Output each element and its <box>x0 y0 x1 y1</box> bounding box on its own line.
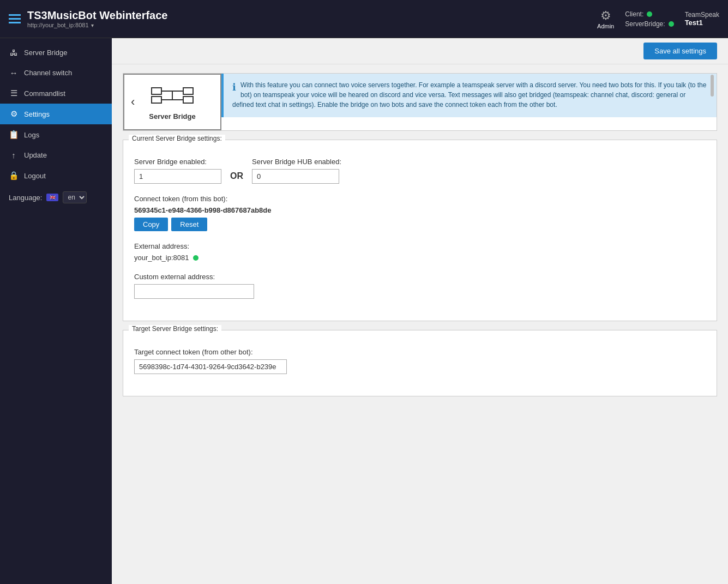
bridge-icon-label: Server Bridge <box>149 112 195 121</box>
enabled-row: Server Bridge enabled: OR Server Bridge … <box>134 158 706 184</box>
external-value-row: your_bot_ip:8081 <box>134 254 198 262</box>
language-select[interactable]: en de <box>63 191 87 203</box>
serverbridge-status-dot <box>669 21 674 27</box>
target-settings-fieldset: Target Server Bridge settings: Target co… <box>123 330 717 396</box>
language-row: Language: 🇬🇧 en de <box>0 186 112 209</box>
bridge-icon-box: ‹ Server Bridge <box>123 74 221 130</box>
info-icon: ℹ <box>232 81 236 93</box>
header: TS3MusicBot Webinterface http://your_bot… <box>0 0 728 38</box>
hub-group: Server Bridge HUB enabled: <box>252 158 341 184</box>
sidebar-item-settings[interactable]: ⚙ Settings <box>0 104 112 124</box>
back-arrow-icon[interactable]: ‹ <box>131 95 135 109</box>
sidebar-label-commandlist: Commandlist <box>24 89 65 98</box>
current-settings-fieldset: Current Server Bridge settings: Server B… <box>123 140 717 321</box>
current-settings-legend: Current Server Bridge settings: <box>129 135 225 142</box>
sidebar-label-logout: Logout <box>24 172 46 180</box>
save-bar: Save all settings <box>112 38 728 64</box>
svg-rect-1 <box>152 97 161 103</box>
layout: 🖧 Server Bridge ↔ Channel switch ☰ Comma… <box>0 38 728 584</box>
sidebar-item-logs[interactable]: 📋 Logs <box>0 124 112 145</box>
info-scrollbar[interactable] <box>710 74 714 117</box>
reset-button[interactable]: Reset <box>171 218 207 231</box>
sidebar-label-logs: Logs <box>24 131 39 139</box>
target-token-group: Target connect token (from other bot): <box>134 348 287 374</box>
serverbridge-label: ServerBridge: <box>625 20 665 28</box>
or-label: OR <box>230 171 243 181</box>
external-row: External address: your_bot_ip:8081 <box>134 242 706 262</box>
svg-rect-0 <box>152 88 161 94</box>
copy-button[interactable]: Copy <box>134 218 168 231</box>
bridge-header-card: ‹ Server Bridge ℹ With thi <box>123 73 717 131</box>
settings-icon: ⚙ <box>9 109 19 119</box>
token-value: 569345c1-e948-4366-b998-d867687ab8de <box>134 206 272 214</box>
main-content: Save all settings ‹ <box>112 38 728 584</box>
sidebar-label-channel-switch: Channel switch <box>24 69 72 77</box>
bridge-svg-icon <box>151 83 194 108</box>
custom-external-input[interactable] <box>134 284 254 299</box>
sidebar-item-logout[interactable]: 🔒 Logout <box>0 165 112 186</box>
hamburger-icon[interactable] <box>9 14 21 23</box>
sidebar-item-update[interactable]: ↑ Update <box>0 145 112 165</box>
client-status-dot <box>647 11 652 17</box>
client-label: Client: <box>625 10 643 18</box>
external-label: External address: <box>134 242 198 250</box>
update-icon: ↑ <box>9 150 19 160</box>
enabled-input[interactable] <box>134 169 221 184</box>
server-url[interactable]: http://your_bot_ip:8081 ▾ <box>27 22 167 28</box>
client-status-row: Client: <box>625 10 673 18</box>
sidebar-item-channel-switch[interactable]: ↔ Channel switch <box>0 63 112 83</box>
external-value: your_bot_ip:8081 <box>134 254 189 262</box>
bridge-info-box: ℹ With this feature you can connect two … <box>221 74 717 117</box>
ts-label: TeamSpeak <box>685 11 719 19</box>
sidebar-item-commandlist[interactable]: ☰ Commandlist <box>0 83 112 104</box>
sidebar-label-server-bridge: Server Bridge <box>24 49 67 57</box>
sidebar: 🖧 Server Bridge ↔ Channel switch ☰ Comma… <box>0 38 112 584</box>
external-status-dot <box>193 255 198 261</box>
admin-gear-icon: ⚙ <box>600 9 611 23</box>
enabled-label: Server Bridge enabled: <box>134 158 221 166</box>
url-dropdown-arrow: ▾ <box>91 22 94 28</box>
header-right: ⚙ Admin Client: ServerBridge: TeamSpeak … <box>597 9 719 29</box>
token-group: Connect token (from this bot): 569345c1-… <box>134 195 272 231</box>
admin-section[interactable]: ⚙ Admin <box>597 9 614 29</box>
token-label: Connect token (from this bot): <box>134 195 272 203</box>
header-logo: TS3MusicBot Webinterface http://your_bot… <box>9 9 597 28</box>
hub-input[interactable] <box>252 169 339 184</box>
sidebar-label-settings: Settings <box>24 110 50 118</box>
server-bridge-icon: 🖧 <box>9 48 19 57</box>
external-group: External address: your_bot_ip:8081 <box>134 242 198 262</box>
header-title-block: TS3MusicBot Webinterface http://your_bot… <box>27 9 167 28</box>
ts-value: Test1 <box>685 19 703 27</box>
teamspeak-section: TeamSpeak Test1 <box>685 11 719 27</box>
save-all-settings-button[interactable]: Save all settings <box>643 43 717 59</box>
info-scrollbar-thumb <box>711 75 714 97</box>
sidebar-item-server-bridge[interactable]: 🖧 Server Bridge <box>0 43 112 63</box>
target-settings-legend: Target Server Bridge settings: <box>129 325 221 333</box>
language-flag: 🇬🇧 <box>46 194 58 201</box>
channel-switch-icon: ↔ <box>9 68 19 77</box>
language-label: Language: <box>9 194 42 202</box>
logout-icon: 🔒 <box>9 171 19 180</box>
target-token-row: Target connect token (from other bot): <box>134 348 706 374</box>
svg-rect-2 <box>183 88 193 94</box>
target-token-input[interactable] <box>134 359 287 374</box>
token-buttons: Copy Reset <box>134 218 272 231</box>
target-token-label: Target connect token (from other bot): <box>134 348 287 356</box>
svg-rect-3 <box>183 97 193 103</box>
admin-label: Admin <box>597 23 614 29</box>
enabled-group: Server Bridge enabled: <box>134 158 221 184</box>
token-row: Connect token (from this bot): 569345c1-… <box>134 195 706 231</box>
content-area: ‹ Server Bridge ℹ With thi <box>112 64 728 414</box>
custom-external-group: Custom external address: <box>134 273 254 299</box>
bridge-info-text: With this feature you can connect two vo… <box>232 81 706 109</box>
app-title: TS3MusicBot Webinterface <box>27 9 167 22</box>
sidebar-label-update: Update <box>24 151 47 159</box>
status-section: Client: ServerBridge: <box>625 10 673 28</box>
commandlist-icon: ☰ <box>9 88 19 98</box>
logs-icon: 📋 <box>9 130 19 140</box>
custom-external-row: Custom external address: <box>134 273 706 299</box>
serverbridge-status-row: ServerBridge: <box>625 20 673 28</box>
custom-external-label: Custom external address: <box>134 273 254 281</box>
hub-label: Server Bridge HUB enabled: <box>252 158 341 166</box>
